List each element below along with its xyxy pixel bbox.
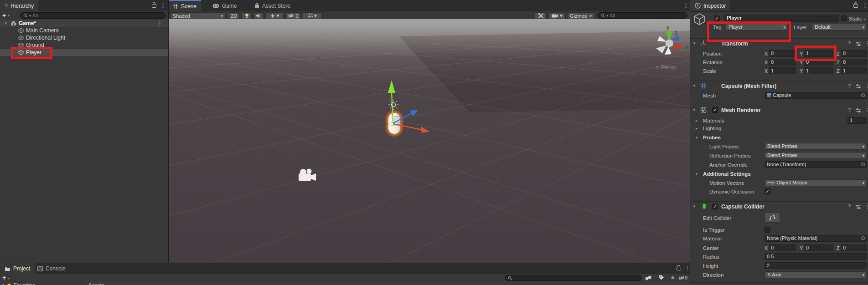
tab-game[interactable]: Game	[208, 0, 242, 11]
scene-camera-dropdown[interactable]: ▾	[548, 12, 566, 19]
probes-row[interactable]: ▾ Probes	[690, 134, 868, 141]
foldout-open-icon[interactable]: ▾	[4, 21, 8, 25]
projection-label[interactable]: Persp	[661, 64, 677, 71]
dynamic-occlusion-checkbox[interactable]: ✓	[765, 188, 770, 194]
kebab-menu-icon[interactable]: ⋮	[865, 83, 868, 88]
tag-dropdown[interactable]: Player ▾	[726, 24, 788, 31]
materials-size-field[interactable]: 1	[847, 117, 867, 124]
anchor-override-object-field[interactable]: None (Transform) ⊙	[765, 161, 867, 168]
lighting-row[interactable]: ▸ Lighting	[690, 125, 868, 132]
scale-y-field[interactable]: 1	[804, 67, 833, 74]
presets-icon[interactable]	[855, 84, 861, 89]
hierarchy-search-input[interactable]: ▾ All	[20, 12, 166, 19]
tab-project[interactable]: Project	[0, 263, 35, 274]
radius-field[interactable]: 0.5	[765, 253, 867, 260]
capsule-collider-enabled-checkbox[interactable]: ✓	[712, 204, 718, 209]
lock-icon[interactable]	[677, 267, 681, 270]
rotation-z-field[interactable]: 0	[841, 59, 867, 66]
position-y-field[interactable]: 1	[804, 50, 833, 57]
layer-dropdown[interactable]: Default ▾	[812, 24, 867, 31]
scene-tools-button[interactable]	[535, 12, 547, 19]
mesh-filter-header[interactable]: ▾ Capsule (Mesh Filter) ? ⋮	[690, 81, 868, 91]
foldout-open-icon[interactable]: ▾	[692, 41, 697, 46]
hierarchy-item-main-camera[interactable]: Main Camera	[0, 27, 168, 34]
kebab-menu-icon[interactable]: ⋮	[160, 3, 166, 8]
center-x-field[interactable]: 0	[769, 244, 796, 251]
chevron-down-icon[interactable]: ▾	[8, 276, 10, 280]
kebab-menu-icon[interactable]: ⋮	[865, 41, 868, 46]
scene-search-input[interactable]: ▾ All	[597, 12, 687, 19]
foldout-open-icon[interactable]: ▾	[692, 83, 697, 88]
persp-toggle-arrow[interactable]: <	[656, 64, 659, 71]
scale-z-field[interactable]: 1	[841, 67, 867, 74]
foldout-closed-icon[interactable]: ▸	[696, 126, 698, 131]
help-icon[interactable]: ?	[848, 41, 851, 46]
presets-icon[interactable]	[855, 204, 861, 209]
physic-material-object-field[interactable]: None (Physic Material) ⊙	[765, 235, 867, 242]
position-z-field[interactable]: 0	[841, 50, 867, 57]
create-object-button[interactable]: +	[2, 12, 6, 19]
tab-hierarchy[interactable]: ≡ Hierarchy	[0, 0, 38, 11]
label-tag-icon[interactable]	[658, 275, 664, 282]
scene-effects-dropdown[interactable]: ▾	[265, 12, 284, 19]
kebab-menu-icon[interactable]: ⋮	[683, 3, 689, 8]
gizmo-lock-icon[interactable]	[681, 27, 685, 30]
help-icon[interactable]: ?	[848, 83, 851, 88]
mesh-renderer-header[interactable]: ▾ ✓ Mesh Renderer ? ⋮	[690, 105, 868, 115]
hierarchy-scene-row[interactable]: ▾ Game* ⋮	[0, 20, 168, 27]
lock-icon[interactable]	[152, 4, 156, 8]
kebab-menu-icon[interactable]: ⋮	[862, 3, 868, 8]
center-z-field[interactable]: 0	[841, 244, 867, 251]
kebab-menu-icon[interactable]: ⋮	[865, 204, 868, 209]
scale-x-field[interactable]: 1	[769, 67, 796, 74]
favorites-star-icon[interactable]: ★	[670, 274, 676, 281]
transform-header[interactable]: ▾ Transform ? ⋮	[690, 38, 868, 48]
kebab-menu-icon[interactable]: ⋮	[865, 107, 868, 112]
capsule-collider-header[interactable]: ▾ ✓ Capsule Collider ? ⋮	[690, 201, 868, 211]
package-visibility-icon[interactable]	[645, 275, 652, 282]
hierarchy-item-player[interactable]: Player	[0, 49, 168, 56]
object-picker-icon[interactable]: ⊙	[861, 92, 865, 98]
foldout-open-icon[interactable]: ▾	[692, 107, 697, 112]
center-y-field[interactable]: 0	[804, 244, 833, 251]
favorites-label[interactable]: Favorites	[14, 282, 35, 285]
object-picker-icon[interactable]: ⊙	[861, 162, 865, 168]
player-capsule-object[interactable]	[388, 112, 401, 134]
rotation-x-field[interactable]: 0	[769, 59, 796, 66]
gameobject-name-field[interactable]: Player	[724, 15, 839, 22]
shading-mode-dropdown[interactable]: Shaded ▾	[170, 12, 226, 19]
height-field[interactable]: 2	[765, 262, 867, 269]
active-checkbox[interactable]: ✓	[714, 15, 720, 21]
direction-dropdown[interactable]: Y-Axis ▾	[765, 271, 867, 278]
tab-scene[interactable]: Scene	[169, 0, 201, 11]
scene-viewport[interactable]: y z x < Persp	[169, 19, 690, 263]
motion-vectors-dropdown[interactable]: Per Object Motion ▾	[765, 179, 867, 186]
foldout-open-icon[interactable]: ▾	[1, 282, 5, 285]
hierarchy-item-directional-light[interactable]: Directional Light	[0, 34, 168, 41]
gizmo-center-cube[interactable]	[666, 39, 673, 47]
reflection-probes-dropdown[interactable]: Blend Probes ▾	[765, 152, 867, 159]
presets-icon[interactable]	[855, 41, 861, 46]
mesh-renderer-enabled-checkbox[interactable]: ✓	[712, 107, 718, 113]
object-picker-icon[interactable]: ⊙	[861, 235, 865, 241]
tab-asset-store[interactable]: Asset Store	[250, 0, 295, 11]
foldout-closed-icon[interactable]: ▸	[696, 118, 698, 123]
scene-audio-toggle[interactable]	[253, 12, 264, 19]
scene-kebab-icon[interactable]: ⋮	[157, 20, 163, 26]
tab-console[interactable]: Console	[33, 263, 70, 274]
tab-inspector[interactable]: Inspector	[690, 0, 730, 11]
presets-icon[interactable]	[855, 108, 861, 113]
scene-lighting-toggle[interactable]	[242, 12, 252, 19]
hidden-count-toggle[interactable]: 9	[678, 275, 687, 281]
rotation-y-field[interactable]: 0	[804, 59, 833, 66]
additional-settings-row[interactable]: ▾ Additional Settings	[690, 170, 868, 178]
hidden-objects-toggle[interactable]: 0	[285, 12, 301, 19]
static-checkbox[interactable]	[841, 15, 847, 21]
lock-icon[interactable]	[853, 4, 858, 8]
chevron-down-icon[interactable]: ▾	[8, 14, 10, 18]
gizmos-dropdown[interactable]: Gizmos ▾	[567, 12, 594, 19]
foldout-open-icon[interactable]: ▾	[696, 135, 698, 140]
is-trigger-checkbox[interactable]	[765, 227, 770, 233]
help-icon[interactable]: ?	[848, 107, 851, 112]
light-probes-dropdown[interactable]: Blend Probes ▾	[765, 143, 867, 150]
